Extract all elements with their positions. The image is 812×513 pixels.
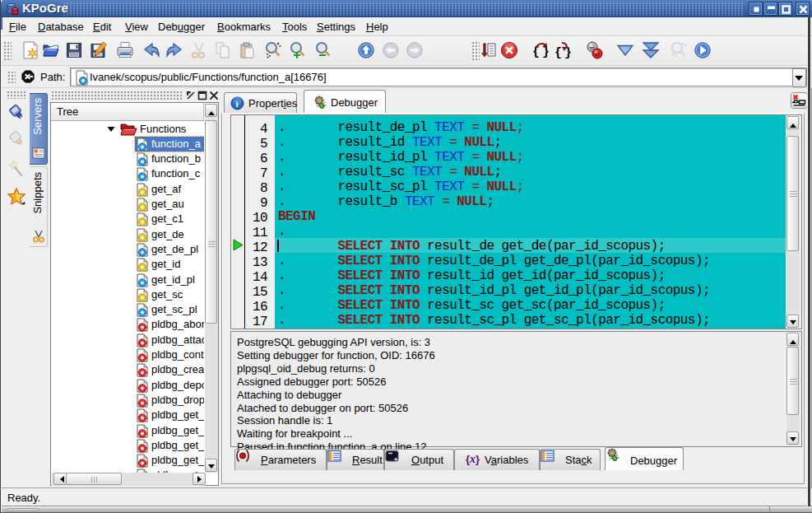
svg-text:{: { bbox=[554, 46, 562, 59]
svg-text:{: { bbox=[532, 45, 540, 59]
svg-text:i: i bbox=[236, 99, 239, 109]
svg-text:}: } bbox=[542, 45, 550, 59]
